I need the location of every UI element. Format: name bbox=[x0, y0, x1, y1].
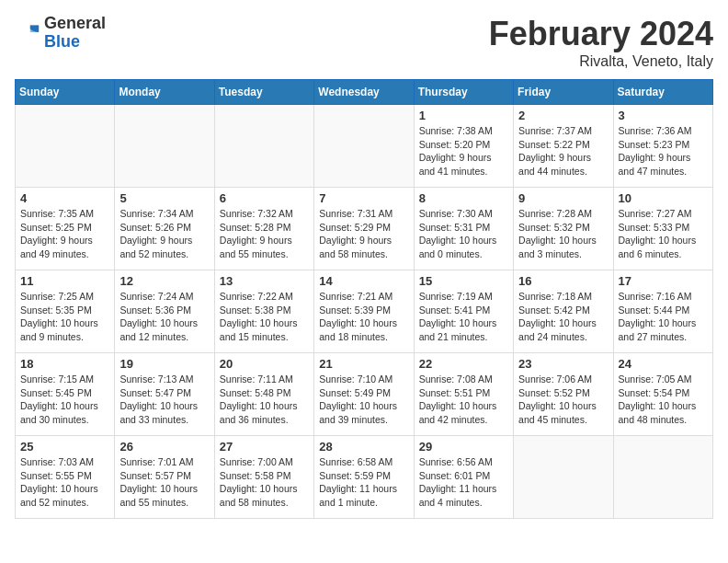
calendar-cell: 19Sunrise: 7:13 AMSunset: 5:47 PMDayligh… bbox=[115, 353, 214, 436]
day-info: Sunrise: 7:35 AMSunset: 5:25 PMDaylight:… bbox=[20, 207, 109, 261]
day-info: Sunrise: 7:34 AMSunset: 5:26 PMDaylight:… bbox=[119, 207, 209, 261]
day-info: Sunrise: 7:19 AMSunset: 5:41 PMDaylight:… bbox=[419, 290, 508, 344]
day-info: Sunrise: 7:03 AMSunset: 5:55 PMDaylight:… bbox=[20, 455, 109, 510]
calendar-week-3: 11Sunrise: 7:25 AMSunset: 5:35 PMDayligh… bbox=[16, 270, 713, 353]
calendar-cell: 4Sunrise: 7:35 AMSunset: 5:25 PMDaylight… bbox=[16, 188, 115, 270]
day-info: Sunrise: 7:06 AMSunset: 5:52 PMDaylight:… bbox=[518, 373, 608, 427]
calendar-cell: 6Sunrise: 7:32 AMSunset: 5:28 PMDaylight… bbox=[214, 188, 313, 270]
day-header-row: Sunday Monday Tuesday Wednesday Thursday… bbox=[16, 80, 713, 105]
day-info: Sunrise: 7:31 AMSunset: 5:29 PMDaylight:… bbox=[319, 207, 408, 261]
day-info: Sunrise: 7:18 AMSunset: 5:42 PMDaylight:… bbox=[518, 290, 608, 344]
day-number: 6 bbox=[220, 191, 309, 205]
calendar-cell: 10Sunrise: 7:27 AMSunset: 5:33 PMDayligh… bbox=[613, 188, 712, 270]
day-info: Sunrise: 7:32 AMSunset: 5:28 PMDaylight:… bbox=[220, 207, 309, 261]
calendar-header: Sunday Monday Tuesday Wednesday Thursday… bbox=[16, 80, 713, 105]
day-info: Sunrise: 7:05 AMSunset: 5:54 PMDaylight:… bbox=[619, 373, 708, 427]
calendar-cell: 2Sunrise: 7:37 AMSunset: 5:22 PMDaylight… bbox=[514, 105, 613, 188]
day-info: Sunrise: 7:27 AMSunset: 5:33 PMDaylight:… bbox=[619, 207, 708, 261]
calendar-cell: 21Sunrise: 7:10 AMSunset: 5:49 PMDayligh… bbox=[314, 353, 414, 436]
day-number: 15 bbox=[419, 274, 508, 288]
calendar-cell: 13Sunrise: 7:22 AMSunset: 5:38 PMDayligh… bbox=[214, 270, 313, 353]
calendar-cell: 18Sunrise: 7:15 AMSunset: 5:45 PMDayligh… bbox=[16, 353, 115, 436]
calendar-cell: 5Sunrise: 7:34 AMSunset: 5:26 PMDaylight… bbox=[115, 188, 214, 270]
calendar-cell: 28Sunrise: 6:58 AMSunset: 5:59 PMDayligh… bbox=[314, 436, 414, 519]
day-info: Sunrise: 7:11 AMSunset: 5:48 PMDaylight:… bbox=[220, 373, 309, 427]
calendar-cell: 24Sunrise: 7:05 AMSunset: 5:54 PMDayligh… bbox=[613, 353, 712, 436]
calendar-cell: 15Sunrise: 7:19 AMSunset: 5:41 PMDayligh… bbox=[414, 270, 513, 353]
calendar-table: Sunday Monday Tuesday Wednesday Thursday… bbox=[15, 79, 713, 519]
calendar-cell: 1Sunrise: 7:38 AMSunset: 5:20 PMDaylight… bbox=[414, 105, 513, 188]
day-number: 29 bbox=[419, 440, 508, 454]
logo-general: General bbox=[44, 15, 106, 33]
day-info: Sunrise: 7:38 AMSunset: 5:20 PMDaylight:… bbox=[419, 124, 508, 178]
day-number: 26 bbox=[119, 440, 209, 454]
location: Rivalta, Veneto, Italy bbox=[489, 53, 713, 70]
day-number: 19 bbox=[119, 357, 209, 371]
day-info: Sunrise: 7:21 AMSunset: 5:39 PMDaylight:… bbox=[319, 290, 408, 344]
day-info: Sunrise: 7:36 AMSunset: 5:23 PMDaylight:… bbox=[619, 124, 708, 178]
calendar-cell bbox=[514, 436, 613, 519]
calendar-cell: 22Sunrise: 7:08 AMSunset: 5:51 PMDayligh… bbox=[414, 353, 513, 436]
day-number: 13 bbox=[220, 274, 309, 288]
day-number: 14 bbox=[319, 274, 408, 288]
day-number: 3 bbox=[619, 109, 708, 122]
day-number: 17 bbox=[619, 274, 708, 288]
day-info: Sunrise: 7:13 AMSunset: 5:47 PMDaylight:… bbox=[119, 373, 209, 427]
calendar-cell: 7Sunrise: 7:31 AMSunset: 5:29 PMDaylight… bbox=[314, 188, 414, 270]
day-info: Sunrise: 7:01 AMSunset: 5:57 PMDaylight:… bbox=[119, 455, 209, 510]
logo-icon bbox=[15, 20, 40, 46]
calendar-cell: 29Sunrise: 6:56 AMSunset: 6:01 PMDayligh… bbox=[414, 436, 513, 519]
day-number: 20 bbox=[220, 357, 309, 371]
day-number: 24 bbox=[619, 357, 708, 371]
day-number: 28 bbox=[319, 440, 408, 454]
logo-blue: Blue bbox=[44, 33, 106, 52]
day-number: 11 bbox=[20, 274, 109, 288]
title-block: February 2024 Rivalta, Veneto, Italy bbox=[489, 15, 713, 70]
day-number: 16 bbox=[518, 274, 608, 288]
calendar-cell: 3Sunrise: 7:36 AMSunset: 5:23 PMDaylight… bbox=[613, 105, 712, 188]
day-number: 7 bbox=[319, 191, 408, 205]
header-sunday: Sunday bbox=[16, 80, 115, 105]
calendar-cell: 26Sunrise: 7:01 AMSunset: 5:57 PMDayligh… bbox=[115, 436, 214, 519]
calendar-cell bbox=[314, 105, 414, 188]
calendar-week-5: 25Sunrise: 7:03 AMSunset: 5:55 PMDayligh… bbox=[16, 436, 713, 519]
calendar-week-4: 18Sunrise: 7:15 AMSunset: 5:45 PMDayligh… bbox=[16, 353, 713, 436]
day-number: 4 bbox=[20, 191, 109, 205]
day-number: 1 bbox=[419, 109, 508, 122]
day-info: Sunrise: 7:30 AMSunset: 5:31 PMDaylight:… bbox=[419, 207, 508, 261]
day-number: 8 bbox=[419, 191, 508, 205]
day-number: 27 bbox=[220, 440, 309, 454]
calendar-cell: 17Sunrise: 7:16 AMSunset: 5:44 PMDayligh… bbox=[613, 270, 712, 353]
day-info: Sunrise: 7:10 AMSunset: 5:49 PMDaylight:… bbox=[319, 373, 408, 427]
day-info: Sunrise: 7:28 AMSunset: 5:32 PMDaylight:… bbox=[518, 207, 608, 261]
day-info: Sunrise: 7:24 AMSunset: 5:36 PMDaylight:… bbox=[119, 290, 209, 344]
day-info: Sunrise: 7:25 AMSunset: 5:35 PMDaylight:… bbox=[20, 290, 109, 344]
calendar-week-1: 1Sunrise: 7:38 AMSunset: 5:20 PMDaylight… bbox=[16, 105, 713, 188]
day-number: 18 bbox=[20, 357, 109, 371]
calendar-cell: 27Sunrise: 7:00 AMSunset: 5:58 PMDayligh… bbox=[214, 436, 313, 519]
calendar-cell: 16Sunrise: 7:18 AMSunset: 5:42 PMDayligh… bbox=[514, 270, 613, 353]
calendar-cell bbox=[115, 105, 214, 188]
day-info: Sunrise: 7:00 AMSunset: 5:58 PMDaylight:… bbox=[220, 455, 309, 510]
calendar-cell: 11Sunrise: 7:25 AMSunset: 5:35 PMDayligh… bbox=[16, 270, 115, 353]
day-number: 9 bbox=[518, 191, 608, 205]
day-number: 2 bbox=[518, 109, 608, 122]
day-number: 21 bbox=[319, 357, 408, 371]
logo: General Blue bbox=[15, 15, 106, 52]
day-info: Sunrise: 7:22 AMSunset: 5:38 PMDaylight:… bbox=[220, 290, 309, 344]
day-number: 5 bbox=[119, 191, 209, 205]
calendar-cell: 20Sunrise: 7:11 AMSunset: 5:48 PMDayligh… bbox=[214, 353, 313, 436]
calendar-cell: 23Sunrise: 7:06 AMSunset: 5:52 PMDayligh… bbox=[514, 353, 613, 436]
calendar-cell: 8Sunrise: 7:30 AMSunset: 5:31 PMDaylight… bbox=[414, 188, 513, 270]
day-number: 25 bbox=[20, 440, 109, 454]
day-number: 10 bbox=[619, 191, 708, 205]
day-info: Sunrise: 7:37 AMSunset: 5:22 PMDaylight:… bbox=[518, 124, 608, 178]
header-wednesday: Wednesday bbox=[314, 80, 414, 105]
month-title: February 2024 bbox=[489, 15, 713, 53]
header-thursday: Thursday bbox=[414, 80, 513, 105]
day-number: 12 bbox=[119, 274, 209, 288]
calendar-cell bbox=[16, 105, 115, 188]
calendar-cell: 25Sunrise: 7:03 AMSunset: 5:55 PMDayligh… bbox=[16, 436, 115, 519]
calendar-cell: 12Sunrise: 7:24 AMSunset: 5:36 PMDayligh… bbox=[115, 270, 214, 353]
header-saturday: Saturday bbox=[613, 80, 712, 105]
